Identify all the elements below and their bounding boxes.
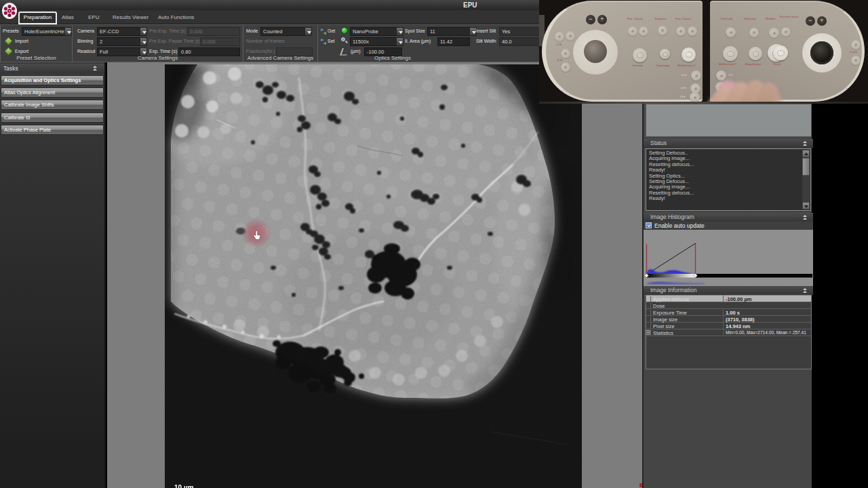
svg-text:10 µm: 10 µm xyxy=(174,484,194,488)
